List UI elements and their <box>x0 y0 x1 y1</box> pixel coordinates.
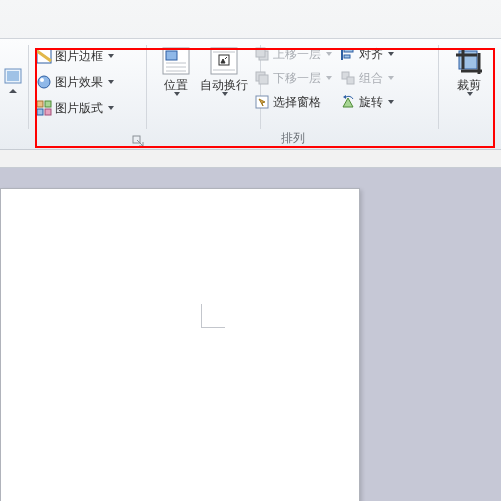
position-label: 位置 <box>164 79 188 92</box>
bring-forward-icon <box>254 46 270 62</box>
dropdown-icon <box>388 100 394 104</box>
picture-effects-label: 图片效果 <box>55 74 103 91</box>
ribbon-area: 图片边框 图片效果 <box>0 0 501 160</box>
svg-rect-9 <box>45 109 51 115</box>
picture-layout-button[interactable]: 图片版式 <box>34 97 116 119</box>
group-crop: 裁剪 <box>440 39 498 149</box>
group-separator <box>438 45 439 129</box>
dropdown-icon <box>388 52 394 56</box>
margin-corner-icon <box>201 304 225 328</box>
dropdown-icon <box>388 76 394 80</box>
svg-marker-31 <box>343 95 346 99</box>
svg-rect-8 <box>37 109 43 115</box>
svg-marker-2 <box>9 89 17 93</box>
svg-rect-12 <box>166 51 177 60</box>
picture-gallery-icon[interactable] <box>4 59 22 95</box>
svg-rect-1 <box>7 71 19 81</box>
position-icon <box>160 45 192 77</box>
send-backward-icon <box>254 70 270 86</box>
selection-pane-button[interactable]: 选择窗格 <box>252 91 334 113</box>
group-separator <box>28 45 29 129</box>
horizontal-ruler <box>0 150 501 168</box>
rotate-icon <box>340 94 356 110</box>
svg-rect-21 <box>256 48 265 57</box>
group-stub <box>0 39 28 149</box>
svg-rect-7 <box>45 101 51 107</box>
svg-rect-26 <box>344 49 353 52</box>
send-backward-label: 下移一层 <box>273 70 321 87</box>
svg-point-5 <box>40 78 44 82</box>
send-backward-button[interactable]: 下移一层 <box>252 67 334 89</box>
svg-rect-29 <box>347 77 354 84</box>
dropdown-icon <box>108 54 114 58</box>
picture-effects-button[interactable]: 图片效果 <box>34 71 116 93</box>
rotate-label: 旋转 <box>359 94 383 111</box>
selection-pane-label: 选择窗格 <box>273 94 321 111</box>
document-background <box>0 168 501 501</box>
wrap-text-icon <box>208 45 240 77</box>
svg-rect-23 <box>259 75 268 84</box>
wrap-text-label: 自动换行 <box>200 79 248 92</box>
dropdown-icon <box>222 92 228 96</box>
dropdown-icon <box>174 92 180 96</box>
rotate-button[interactable]: 旋转 <box>338 91 396 113</box>
picture-effects-icon <box>36 74 52 90</box>
crop-icon <box>453 45 485 77</box>
selection-pane-icon <box>254 94 270 110</box>
group-objects-button[interactable]: 组合 <box>338 67 396 89</box>
align-icon <box>340 46 356 62</box>
align-button[interactable]: 对齐 <box>338 43 396 65</box>
group-launcher-row <box>30 131 146 149</box>
svg-rect-27 <box>344 55 350 58</box>
dropdown-icon <box>326 52 332 56</box>
group-picture-styles: 图片边框 图片效果 <box>30 39 146 149</box>
crop-button[interactable]: 裁剪 <box>445 43 493 98</box>
picture-border-button[interactable]: 图片边框 <box>34 45 116 67</box>
dropdown-icon <box>467 92 473 96</box>
dropdown-icon <box>326 76 332 80</box>
picture-border-icon <box>36 48 52 64</box>
group-icon <box>340 70 356 86</box>
bring-forward-label: 上移一层 <box>273 46 321 63</box>
align-label: 对齐 <box>359 46 383 63</box>
svg-rect-6 <box>37 101 43 107</box>
group-separator <box>146 45 147 129</box>
position-button[interactable]: 位置 <box>152 43 200 98</box>
document-page[interactable] <box>0 188 360 501</box>
ribbon: 图片边框 图片效果 <box>0 38 501 150</box>
dialog-launcher-icon[interactable] <box>132 135 144 147</box>
picture-border-label: 图片边框 <box>55 48 103 65</box>
picture-layout-label: 图片版式 <box>55 100 103 117</box>
svg-marker-30 <box>343 98 353 107</box>
dropdown-icon <box>108 106 114 110</box>
svg-point-4 <box>38 76 50 88</box>
crop-label: 裁剪 <box>457 79 481 92</box>
bring-forward-button[interactable]: 上移一层 <box>252 43 334 65</box>
group-arrange: 位置 自动换行 <box>148 39 438 149</box>
picture-layout-icon <box>36 100 52 116</box>
arrange-group-label: 排列 <box>148 131 438 149</box>
wrap-text-button[interactable]: 自动换行 <box>200 43 248 98</box>
dropdown-icon <box>108 80 114 84</box>
group-objects-label: 组合 <box>359 70 383 87</box>
